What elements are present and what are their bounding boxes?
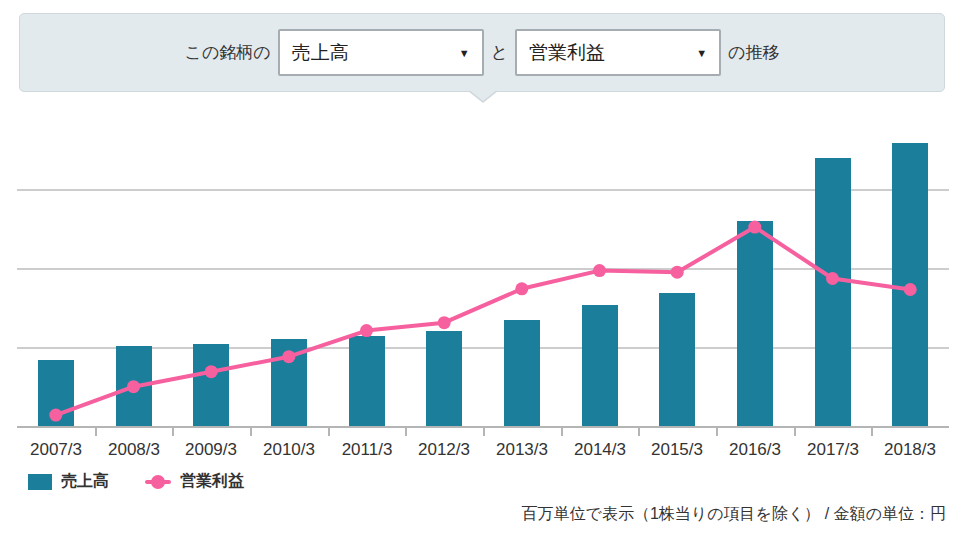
legend-label: 売上高: [61, 471, 109, 492]
legend-item-operating-profit: 営業利益: [145, 471, 244, 492]
line-marker-2018-3: [904, 283, 917, 296]
stock-metric-chart-widget: この銘柄の 売上高 ▼ と 営業利益 ▼ の推移 2007/32008/3200…: [0, 0, 960, 540]
chart-plot-area: 2007/32008/32009/32010/32011/32012/32013…: [0, 0, 960, 540]
line-marker-2013-3: [515, 282, 528, 295]
line-marker-dot: [151, 475, 165, 489]
bar-swatch-icon: [28, 474, 52, 490]
line-marker-2008-3: [127, 380, 140, 393]
legend-item-revenue: 売上高: [28, 471, 109, 492]
line-marker-2017-3: [826, 272, 839, 285]
line-marker-2011-3: [360, 324, 373, 337]
line-marker-2010-3: [282, 350, 295, 363]
line-marker-2012-3: [438, 316, 451, 329]
line-marker-2007-3: [49, 409, 62, 422]
line-marker-2014-3: [593, 264, 606, 277]
chart-legend: 売上高 営業利益: [28, 471, 244, 492]
operating-profit-line-layer: [0, 0, 960, 540]
legend-label: 営業利益: [180, 471, 244, 492]
unit-note: 百万単位で表示（1株当りの項目を除く） / 金額の単位：円: [522, 504, 946, 525]
line-marker-2016-3: [748, 221, 761, 234]
line-marker-2009-3: [205, 365, 218, 378]
line-dot-marker-icon: [145, 474, 171, 490]
operating-profit-line: [56, 227, 910, 415]
line-marker-2015-3: [671, 266, 684, 279]
